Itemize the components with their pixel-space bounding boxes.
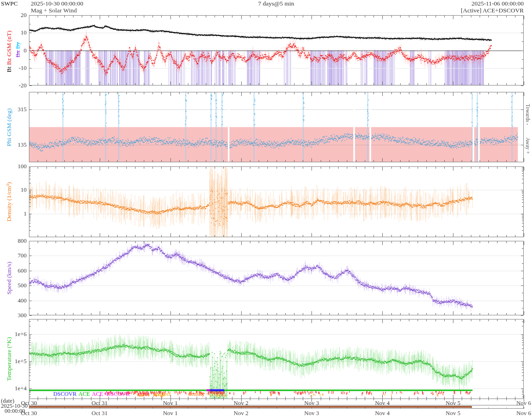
origin-time: 00:00:00 [5, 408, 25, 415]
spd-ytick-300: 300 [0, 312, 27, 319]
plot-canvas [0, 0, 532, 416]
plot-start-time: 2025-10-30 00:00:00 [31, 0, 83, 7]
mag-ytick-10: 10 [0, 29, 27, 36]
tmp-ytick-1e+5: 1e+5 [0, 358, 27, 365]
den-ytick-100: 100 [0, 163, 27, 170]
mag-ytick-20: 20 [0, 11, 27, 19]
towards-sector-label: Towards - [525, 104, 531, 125]
legend-item-suspect: suspect [154, 391, 171, 397]
tmp-ytick-1e+6: 1e+6 [0, 331, 27, 338]
brand: SWPC [1, 0, 18, 7]
date-label-nov-5: Nov 5 [446, 399, 460, 407]
plot-end-time: 2025-11-06 00:00:00 [471, 0, 524, 7]
data-source-status: [Active] ACE+DSCOVR [461, 7, 524, 14]
mag-ytick-0: 0 [0, 47, 27, 54]
source-legend: DSCOVRACEACE+DSCOVRerrorsuspectdensity <… [53, 391, 214, 397]
date-label-nov-4: Nov 4 [375, 410, 390, 416]
date-label-nov-1: Nov 1 [163, 410, 178, 416]
away-sector-label: Away + [525, 137, 531, 154]
mag-ytick--20: -20 [0, 82, 27, 89]
den-ytick-1: 1 [0, 210, 27, 217]
date-label-nov-3: Nov 3 [304, 399, 319, 407]
spd-ytick-500: 500 [0, 282, 27, 289]
spd-ytick-700: 700 [0, 252, 27, 259]
date-label-nov-5: Nov 5 [446, 410, 460, 416]
legend-item-ace-dscovr: ACE+DSCOVR [92, 391, 130, 397]
date-label-nov-3: Nov 3 [304, 410, 319, 416]
date-label-nov-4: Nov 4 [375, 399, 390, 407]
legend-item-density-1: density < 1 [188, 391, 214, 397]
spd-ytick-800: 800 [0, 237, 27, 245]
date-label-oct-31: Oct 31 [91, 399, 108, 407]
plot-title: Mag + Solar Wind [31, 7, 77, 14]
spd-ytick-600: 600 [0, 267, 27, 274]
date-label-nov-1: Nov 1 [163, 399, 178, 407]
date-label-oct-31: Oct 31 [91, 410, 108, 416]
legend-item-error: error [138, 391, 149, 397]
mag-ytick--10: -10 [0, 64, 27, 72]
den-ytick-10: 10 [0, 186, 27, 194]
legend-item-dscovr: DSCOVR [53, 391, 77, 397]
date-label-nov-6: Nov 6 [516, 410, 531, 416]
spd-ytick-400: 400 [0, 297, 27, 304]
phi-ytick-315: 315 [0, 106, 27, 113]
date-label-nov-6: Nov 6 [516, 399, 531, 407]
date-label-nov-2: Nov 2 [233, 410, 248, 416]
plot-duration: 7 days@5 min [258, 0, 294, 7]
legend-item-ace: ACE [79, 391, 90, 397]
swpc-solar-wind-plot: SWPC 2025-10-30 00:00:00 7 days@5 min 20… [0, 0, 532, 416]
tmp-ytick-1e+4: 1e+4 [0, 385, 27, 392]
phi-ytick-135: 135 [0, 141, 27, 148]
date-label-nov-2: Nov 2 [233, 399, 248, 407]
